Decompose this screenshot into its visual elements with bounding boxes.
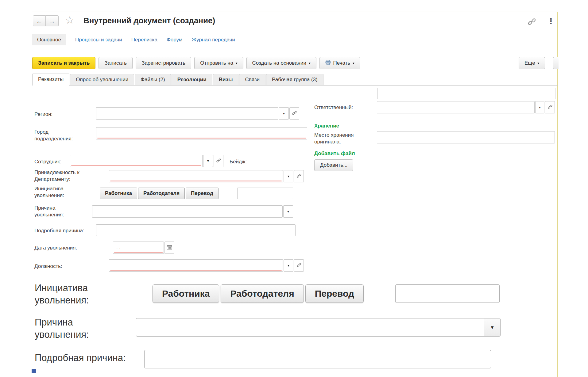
department-dropdown-button[interactable]: ▾	[284, 170, 293, 182]
region-input[interactable]	[96, 107, 278, 120]
storage-place-input[interactable]	[377, 131, 555, 143]
position-input[interactable]	[109, 259, 283, 272]
link-icon	[216, 158, 221, 164]
dropdown-icon: ▾	[207, 159, 209, 163]
tab-workgroup[interactable]: Рабочая группа (3)	[266, 74, 323, 85]
dismissal-date-field: . .	[113, 242, 174, 254]
initiative-option-employer[interactable]: Работодателя	[138, 188, 185, 199]
save-button[interactable]: Записать	[99, 57, 133, 69]
initiative-toggle-group: Работника Работодателя Перевод	[100, 188, 219, 199]
responsible-openlink-button[interactable]	[545, 101, 555, 113]
employee-input[interactable]	[70, 155, 203, 167]
region-openlink-button[interactable]	[289, 107, 299, 120]
dropdown-icon: ▾	[288, 263, 289, 268]
nav-item-transfer-log[interactable]: Журнал передачи	[192, 37, 235, 43]
reason-input[interactable]	[92, 205, 283, 218]
tab-opros-ob-uvolnenii[interactable]: Опрос об увольнении	[70, 74, 134, 85]
position-dropdown-button[interactable]: ▾	[284, 259, 293, 272]
detailed-reason-label: Подробная причина:	[34, 227, 84, 234]
storage-place-label: Место хранения оригинала:	[314, 132, 368, 145]
initiative-option-employee[interactable]: Работника	[100, 188, 137, 199]
back-arrow-icon: ←	[36, 18, 43, 24]
initiative-label-large: Инициатива увольнения:	[35, 282, 127, 307]
more-commands-icon[interactable]: ⋮	[547, 17, 555, 25]
page-tabs: Реквизиты Опрос об увольнении Файлы (2) …	[32, 73, 558, 86]
nav-item-processes-tasks[interactable]: Процессы и задачи	[75, 37, 122, 43]
history-nav: ← →	[33, 15, 59, 26]
detailed-reason-label-large: Подробная причина:	[35, 352, 126, 364]
initiative-option-employer-large[interactable]: Работодателя	[221, 284, 304, 303]
save-label: Записать	[104, 60, 127, 66]
responsible-input[interactable]	[377, 101, 535, 113]
initiative-label: Инициатива увольнения:	[34, 185, 73, 199]
initiative-value-field	[237, 188, 293, 199]
get-link-icon[interactable]	[528, 18, 536, 27]
storage-place-field	[377, 131, 555, 143]
add-file-button[interactable]: Добавить...	[314, 159, 353, 171]
reason-dropdown-button[interactable]: ▾	[283, 205, 293, 218]
initiative-option-employee-large[interactable]: Работника	[153, 284, 219, 303]
detailed-reason-input-large[interactable]	[144, 350, 491, 368]
register-button[interactable]: Зарегистрировать	[136, 57, 191, 69]
responsible-dropdown-button[interactable]: ▾	[535, 101, 544, 113]
detailed-reason-input[interactable]	[96, 224, 296, 236]
link-icon	[297, 173, 301, 179]
frame-top-border	[32, 12, 558, 12]
initiative-option-transfer-large[interactable]: Перевод	[305, 284, 364, 303]
dropdown-icon: ▾	[287, 209, 289, 214]
responsible-label: Ответственный:	[314, 104, 353, 111]
department-openlink-button[interactable]	[294, 170, 304, 182]
print-button[interactable]: Печать ▾	[319, 57, 360, 69]
register-label: Зарегистрировать	[141, 60, 185, 66]
create-based-on-button[interactable]: Создать на основании▾	[246, 57, 316, 69]
employee-openlink-button[interactable]	[214, 155, 223, 167]
reason-label: Причина увольнения:	[34, 205, 73, 218]
save-and-close-label: Записать и закрыть	[38, 60, 90, 66]
dropdown-icon: ▾	[491, 324, 493, 331]
nav-item-main[interactable]: Основное	[32, 34, 66, 45]
favorites-star-icon[interactable]: ☆	[65, 15, 74, 25]
department-input[interactable]	[109, 170, 283, 182]
calendar-button[interactable]	[164, 242, 174, 254]
link-icon	[292, 111, 297, 116]
badge-label: Бейдж:	[230, 158, 247, 165]
reason-input-large[interactable]	[136, 318, 484, 336]
clipped-field-left[interactable]	[34, 88, 249, 99]
tab-files[interactable]: Файлы (2)	[135, 74, 171, 85]
save-and-close-button[interactable]: Записать и закрыть	[32, 57, 95, 69]
city-input[interactable]	[96, 127, 307, 139]
nav-item-forum[interactable]: Форум	[167, 37, 183, 43]
responsible-field: ▾	[377, 101, 555, 113]
add-file-group-title: Добавить файл	[314, 150, 355, 157]
dropdown-icon: ▾	[236, 62, 238, 65]
tab-vizy[interactable]: Визы	[213, 74, 239, 85]
dropdown-icon: ▾	[353, 62, 354, 65]
corner-marker	[32, 369, 36, 373]
region-dropdown-button[interactable]: ▾	[279, 107, 289, 120]
send-to-button[interactable]: Отправить на▾	[194, 57, 243, 69]
position-openlink-button[interactable]	[294, 259, 304, 272]
tab-rezolyucii[interactable]: Резолюции	[172, 74, 212, 85]
department-label: Принадлежность к Департаменту:	[34, 169, 94, 183]
tab-rekvizity[interactable]: Реквизиты	[32, 74, 69, 86]
printer-icon	[325, 60, 331, 67]
dismissal-date-input[interactable]: . .	[113, 242, 164, 254]
document-window: ← → ☆ Внутренний документ (создание) ⋮ О…	[0, 0, 559, 377]
dropdown-icon: ▾	[539, 105, 541, 109]
nav-item-correspondence[interactable]: Переписка	[131, 37, 157, 43]
date-placeholder: . .	[116, 245, 120, 250]
clipped-toolbar-button[interactable]	[553, 57, 559, 69]
employee-dropdown-button[interactable]: ▾	[203, 155, 213, 167]
initiative-value-input[interactable]	[237, 188, 293, 199]
clipped-field-right[interactable]	[377, 88, 555, 99]
forward-button[interactable]: →	[46, 15, 59, 26]
more-label: Еще	[524, 60, 535, 66]
dismissal-date-label: Дата увольнения:	[34, 245, 77, 251]
initiative-value-input-large[interactable]	[395, 284, 500, 303]
back-button[interactable]: ←	[33, 15, 46, 26]
tab-svyazi[interactable]: Связи	[239, 74, 265, 85]
initiative-option-transfer[interactable]: Перевод	[186, 188, 219, 199]
more-button[interactable]: Еще▾	[519, 57, 545, 69]
position-label: Должность:	[34, 263, 62, 270]
reason-dropdown-button-large[interactable]: ▾	[484, 318, 500, 336]
